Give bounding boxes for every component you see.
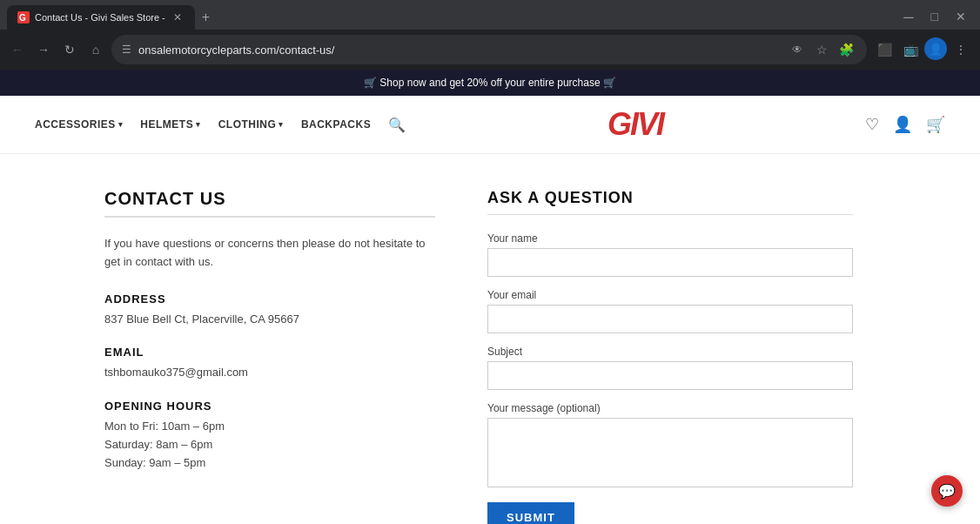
cast-icon[interactable]: 📺: [898, 37, 923, 62]
ask-question-title: ASK A QUESTION: [487, 189, 853, 207]
address-bar[interactable]: ☰ onsalemotorcycleparts.com/contact-us/ …: [111, 35, 867, 64]
profile-switcher[interactable]: ⬛: [872, 37, 896, 62]
home-button[interactable]: ⌂: [85, 39, 106, 60]
main-content: CONTACT US If you have questions or conc…: [0, 154, 980, 524]
tab-favicon: G: [17, 11, 30, 24]
logo-wrapper: GIVI: [607, 106, 663, 143]
contact-us-title: CONTACT US: [104, 189, 435, 209]
name-field-group: Your name: [487, 232, 853, 277]
forward-button[interactable]: →: [33, 39, 54, 60]
name-input[interactable]: [487, 248, 853, 277]
address-label: ADDRESS: [104, 292, 435, 306]
promo-banner: 🛒 Shop now and get 20% off your entire p…: [0, 70, 980, 96]
tab-close-button[interactable]: ✕: [171, 10, 185, 24]
account-icon[interactable]: 👤: [893, 115, 912, 134]
extensions-icon[interactable]: 🧩: [836, 39, 856, 60]
close-button[interactable]: ✕: [956, 10, 966, 25]
email-form-label: Your email: [487, 289, 853, 301]
address-text: onsalemotorcycleparts.com/contact-us/: [138, 44, 780, 57]
subject-input[interactable]: [487, 361, 853, 390]
nav-backpacks[interactable]: BACKPACKS: [301, 118, 371, 131]
submit-button[interactable]: SUBMIT: [487, 502, 574, 524]
cart-icon[interactable]: 🛒: [926, 115, 945, 134]
hours-mon-fri: Mon to Fri: 10am – 6pm: [104, 418, 435, 436]
eye-off-icon: 👁: [787, 39, 808, 60]
wishlist-icon[interactable]: ♡: [865, 115, 879, 134]
subject-field-group: Subject: [487, 346, 853, 390]
email-label: EMAIL: [104, 346, 435, 359]
email-field-group: Your email: [487, 289, 853, 333]
nav-helmets[interactable]: HELMETS ▾: [140, 118, 200, 131]
chevron-down-icon: ▾: [279, 120, 284, 129]
email-value: tshbomauko375@gmail.com: [104, 364, 435, 382]
nav-clothing[interactable]: CLOTHING ▾: [218, 118, 284, 131]
minimize-button[interactable]: ─: [903, 10, 913, 25]
ask-question-section: ASK A QUESTION Your name Your email Subj…: [487, 189, 853, 524]
subject-label: Subject: [487, 346, 853, 358]
chat-bubble[interactable]: 💬: [931, 475, 963, 507]
chat-icon: 💬: [938, 483, 956, 500]
address-block: ADDRESS 837 Blue Bell Ct, Placerville, C…: [104, 292, 435, 329]
message-field-group: Your message (optional): [487, 402, 853, 490]
user-avatar[interactable]: 👤: [924, 37, 947, 60]
maximize-button[interactable]: □: [931, 10, 938, 25]
chevron-down-icon: ▾: [196, 120, 201, 129]
form-divider: [487, 214, 853, 215]
message-label: Your message (optional): [487, 402, 853, 414]
message-textarea[interactable]: [487, 418, 853, 487]
chevron-down-icon: ▾: [118, 120, 124, 129]
contact-intro: If you have questions or concerns then p…: [104, 235, 435, 272]
hours-label: OPENING HOURS: [104, 400, 435, 413]
new-tab-button[interactable]: +: [195, 6, 217, 29]
section-divider: [104, 216, 435, 218]
back-button[interactable]: ←: [7, 39, 28, 60]
address-bar-lock-icon: ☰: [122, 44, 131, 56]
email-input[interactable]: [487, 305, 853, 333]
site-logo[interactable]: GIVI: [607, 106, 663, 143]
browser-tab[interactable]: G Contact Us - Givi Sales Store - ✕: [7, 5, 195, 30]
search-icon[interactable]: 🔍: [388, 117, 406, 133]
address-value: 837 Blue Bell Ct, Placerville, CA 95667: [104, 311, 435, 329]
menu-icon[interactable]: ⋮: [949, 37, 973, 62]
contact-info-section: CONTACT US If you have questions or conc…: [104, 189, 435, 524]
email-block: EMAIL tshbomauko375@gmail.com: [104, 346, 435, 382]
promo-text: 🛒 Shop now and get 20% off your entire p…: [364, 77, 616, 89]
name-label: Your name: [487, 232, 853, 245]
site-header: ACCESSORIES ▾ HELMETS ▾ CLOTHING ▾ BACKP…: [0, 96, 980, 154]
svg-text:G: G: [19, 13, 26, 23]
tab-title: Contact Us - Givi Sales Store -: [35, 12, 165, 23]
header-actions: ♡ 👤 🛒: [865, 115, 945, 134]
star-icon[interactable]: ☆: [811, 39, 832, 60]
main-nav: ACCESSORIES ▾ HELMETS ▾ CLOTHING ▾ BACKP…: [35, 117, 406, 133]
nav-accessories[interactable]: ACCESSORIES ▾: [35, 118, 123, 131]
hours-block: OPENING HOURS Mon to Fri: 10am – 6pm Sat…: [104, 400, 435, 472]
hours-sunday: Sunday: 9am – 5pm: [104, 454, 435, 473]
hours-saturday: Saturday: 8am – 6pm: [104, 436, 435, 454]
reload-button[interactable]: ↻: [59, 39, 80, 60]
